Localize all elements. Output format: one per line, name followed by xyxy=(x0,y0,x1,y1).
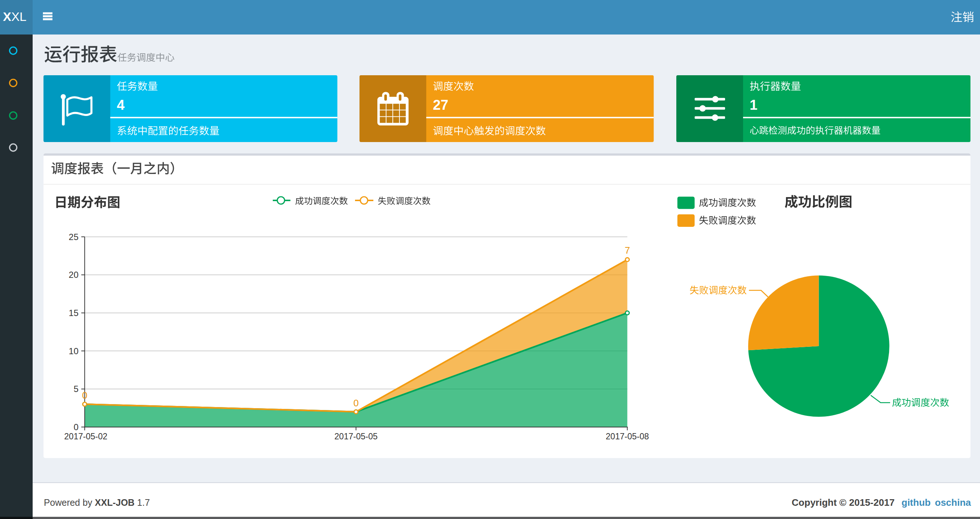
svg-text:5: 5 xyxy=(74,384,78,394)
svg-text:0: 0 xyxy=(82,390,87,401)
svg-text:15: 15 xyxy=(68,308,78,318)
svg-text:0: 0 xyxy=(353,398,358,409)
svg-text:github: github xyxy=(902,497,931,508)
svg-text:20: 20 xyxy=(68,270,78,280)
svg-text:1: 1 xyxy=(750,97,757,113)
svg-text:4: 4 xyxy=(117,97,125,113)
svg-text:27: 27 xyxy=(433,97,448,113)
svg-text:10: 10 xyxy=(68,346,78,356)
svg-text:0: 0 xyxy=(74,422,78,432)
svg-text:Powered by XXL-JOB 1.7: Powered by XXL-JOB 1.7 xyxy=(44,497,150,508)
svg-text:25: 25 xyxy=(68,232,78,242)
svg-text:2017-05-02: 2017-05-02 xyxy=(64,432,107,441)
svg-text:oschina: oschina xyxy=(935,497,971,508)
svg-text:XXL: XXL xyxy=(3,10,26,24)
svg-text:Copyright © 2015-2017: Copyright © 2015-2017 xyxy=(792,497,895,508)
svg-text:2017-05-05: 2017-05-05 xyxy=(334,432,378,441)
svg-text:2017-05-08: 2017-05-08 xyxy=(606,432,649,441)
svg-text:7: 7 xyxy=(625,245,630,256)
